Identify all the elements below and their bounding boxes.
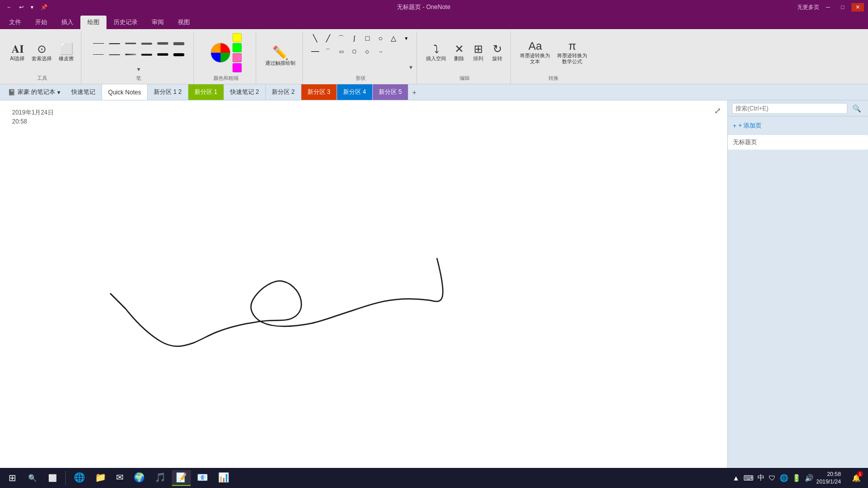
pen-style-3[interactable] (123, 39, 138, 49)
pen-style-2[interactable] (107, 39, 122, 49)
tab-quick-notes-en[interactable]: Quick Notes (102, 84, 147, 100)
pen-style-5[interactable] (155, 39, 170, 49)
tab-new-section-3[interactable]: 新分区 3 (301, 84, 337, 100)
tab-new-section-12[interactable]: 新分区 1 2 (148, 84, 188, 100)
taskbar-edge[interactable]: 🌐 (70, 470, 89, 486)
taskbar-explorer[interactable]: 📁 (91, 470, 110, 486)
tab-file[interactable]: 文件 (2, 16, 28, 29)
fullscreen-button[interactable]: ⤢ (711, 104, 723, 116)
taskbar-powerpoint[interactable]: 📊 (214, 470, 233, 486)
shape-circle[interactable]: ○ (374, 32, 386, 44)
ink-to-math-button[interactable]: π 将墨迹转换为数学公式 (554, 39, 590, 67)
shape-arc[interactable]: ∫ (348, 32, 360, 44)
tab-view[interactable]: 视图 (171, 16, 197, 29)
tab-draw[interactable]: 绘图 (80, 16, 106, 29)
tab-history[interactable]: 历史记录 (106, 16, 145, 29)
taskbar-music[interactable]: 🎵 (151, 470, 170, 486)
battery-icon[interactable]: 🔋 (791, 473, 802, 483)
lasso-select-button[interactable]: ⊙ 套索选择 (29, 42, 55, 64)
taskbar-clock[interactable]: 20:58 2019/1/24 (816, 470, 845, 486)
more-commands-button[interactable]: ▾ (28, 3, 36, 12)
taskbar-time: 20:58 (816, 470, 841, 478)
taskbar-mail[interactable]: ✉ (112, 470, 128, 486)
ai-select-button[interactable]: 𝐀𝐈 AI选择 (7, 42, 28, 64)
shape-arrow[interactable]: → (374, 45, 386, 57)
tab-new-section-5[interactable]: 新分区 5 (373, 84, 408, 100)
pen-style-8[interactable] (107, 50, 122, 60)
taskbar-onenote[interactable]: 📝 (172, 470, 191, 486)
tab-quick-notes[interactable]: 快速笔记 (65, 84, 102, 100)
restore-button[interactable]: □ (837, 3, 848, 11)
shape-diamond[interactable]: ◇ (361, 45, 373, 57)
shape-curve[interactable]: ⌒ (335, 32, 347, 44)
shapes-more-button[interactable]: ▾ (409, 64, 412, 71)
taskbar-chrome[interactable]: 🌍 (130, 470, 149, 486)
start-button[interactable]: ⊞ (3, 469, 21, 487)
undo-button[interactable]: ↩ (17, 3, 26, 12)
shape-freeform[interactable]: ⌒ (322, 45, 334, 57)
pen-style-4[interactable] (139, 39, 154, 49)
tab-insert[interactable]: 插入 (54, 16, 80, 29)
tab-quick-notes-2[interactable]: 快速笔记 2 (224, 84, 266, 100)
add-section-button[interactable]: + (408, 84, 420, 100)
pen-style-7[interactable] (91, 50, 106, 60)
taskbar-separator-1 (65, 471, 66, 485)
notebook-selector[interactable]: 📓 家豪 的笔记本 ▾ (3, 84, 65, 100)
swatch-green[interactable] (233, 43, 242, 52)
add-page-button[interactable]: + + 添加页 (733, 119, 863, 132)
tab-new-section-1[interactable]: 新分区 1 (188, 84, 224, 100)
pen-style-12[interactable] (171, 50, 186, 60)
pen-style-10[interactable] (139, 50, 154, 60)
shape-line[interactable]: ╲ (309, 32, 321, 44)
arrange-button[interactable]: ⊞ 排列 (469, 42, 487, 64)
pen-style-9[interactable] (123, 50, 138, 60)
chevron-up-icon[interactable]: ▲ (731, 473, 740, 483)
shape-hex[interactable]: ⬡ (348, 45, 360, 57)
tab-new-section-4[interactable]: 新分区 4 (337, 84, 373, 100)
touch-draw-button[interactable]: ✏️ 通过触摸绘制 (262, 44, 298, 68)
eraser-button[interactable]: ⬜ 橡皮擦 (56, 42, 77, 64)
shape-rect2[interactable]: ▭ (335, 45, 347, 57)
keyboard-icon[interactable]: ⌨ (742, 473, 754, 483)
notification-button[interactable]: 🔔 1 (847, 469, 865, 487)
pen-more-button[interactable]: ▾ (137, 66, 140, 73)
shield-icon[interactable]: 🛡 (768, 473, 777, 483)
drawing-surface[interactable] (0, 100, 727, 468)
search-button-taskbar[interactable]: 🔍 (23, 469, 41, 487)
ink-to-text-button[interactable]: Aa 将墨迹转换为文本 (517, 39, 553, 67)
taskbar-date: 2019/1/24 (816, 478, 841, 485)
volume-icon[interactable]: 🔊 (804, 473, 814, 483)
swatch-yellow[interactable] (233, 33, 242, 42)
tab-review[interactable]: 审阅 (145, 16, 171, 29)
color-pie-button[interactable] (210, 43, 231, 63)
pen-style-6[interactable] (171, 39, 186, 49)
back-button[interactable]: ← (4, 3, 15, 11)
minimize-button[interactable]: ─ (822, 3, 834, 11)
task-view-button[interactable]: ⬜ (43, 469, 61, 487)
shape-rect[interactable]: □ (361, 32, 373, 44)
page-item-untitled[interactable]: 无标题页 (728, 135, 868, 150)
pen-style-11[interactable] (155, 50, 170, 60)
shape-more[interactable]: ▾ (400, 32, 412, 44)
rotate-button[interactable]: ↻ 旋转 (488, 42, 506, 64)
touch-draw-buttons: ✏️ 通过触摸绘制 (262, 32, 298, 80)
delete-button[interactable]: ✕ 删除 (450, 42, 468, 64)
pen-style-1[interactable] (91, 39, 106, 49)
search-button[interactable]: 🔍 (849, 103, 864, 114)
search-input[interactable] (732, 103, 847, 114)
shape-line-tool[interactable]: — (309, 45, 321, 57)
color-row (210, 33, 242, 72)
shape-line2[interactable]: ╱ (322, 32, 334, 44)
shapes-group: ╲ ╱ ⌒ ∫ □ ○ △ ▾ — ⌒ ▭ ⬡ ◇ → ▾ 形状 (305, 31, 417, 84)
swatch-purple[interactable] (233, 63, 242, 72)
close-button[interactable]: ✕ (851, 3, 864, 12)
tab-new-section-2[interactable]: 新分区 2 (266, 84, 301, 100)
taskbar-outlook[interactable]: 📧 (193, 470, 212, 486)
network-icon[interactable]: 🌐 (779, 473, 789, 483)
pin-button[interactable]: 📌 (38, 3, 50, 12)
swatch-pink[interactable] (233, 53, 242, 62)
shape-tri[interactable]: △ (387, 32, 399, 44)
lang-icon[interactable]: 中 (756, 472, 766, 483)
insert-space-button[interactable]: ⤵ 插入空间 (423, 42, 449, 64)
tab-home[interactable]: 开始 (28, 16, 54, 29)
